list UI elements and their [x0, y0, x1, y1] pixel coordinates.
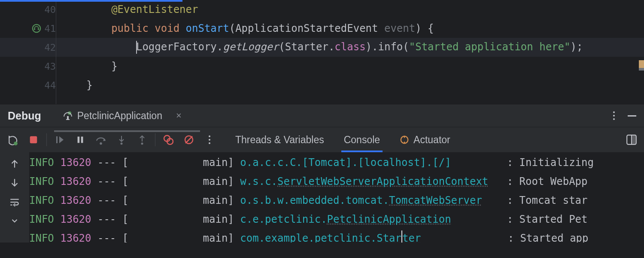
scroll-to-end-icon[interactable] [9, 215, 20, 226]
log-line[interactable]: INFO 13620 --- [ main] o.s.b.w.embedded.… [29, 191, 644, 210]
log-line[interactable]: INFO 13620 --- [ main] c.e.petclinic.Pet… [29, 210, 644, 229]
minimize-icon[interactable] [628, 115, 636, 117]
pause-button[interactable] [70, 129, 91, 150]
debug-tab-label: PetclinicApplication [77, 110, 162, 122]
svg-rect-4 [67, 116, 69, 120]
log-line[interactable]: INFO 13620 --- [ main] com.example.petcl… [29, 229, 644, 243]
resume-button[interactable] [49, 129, 70, 150]
code-line-43[interactable]: 43 } [0, 57, 644, 76]
svg-point-1 [33, 28, 35, 30]
console-gutter [0, 152, 29, 243]
tab-indicator [54, 130, 200, 132]
progress-bar [0, 0, 182, 2]
line-number: 40 [0, 4, 64, 15]
line-number: 43 [0, 61, 64, 72]
log-line[interactable]: INFO 13620 --- [ main] o.a.c.c.C.[Tomcat… [29, 153, 644, 172]
svg-rect-9 [81, 137, 83, 143]
down-arrow-icon[interactable] [9, 177, 20, 188]
marker-warning[interactable] [639, 60, 644, 69]
step-over-button[interactable] [91, 129, 111, 150]
actuator-icon [400, 135, 409, 144]
toolbar-divider [46, 133, 47, 146]
debug-panel: Debug PetclinicApplication × [0, 104, 644, 243]
run-config-icon [63, 111, 73, 121]
log-line[interactable]: INFO 13620 --- [ main] w.s.c.ServletWebS… [29, 172, 644, 191]
debug-title: Debug [8, 110, 41, 122]
text-cursor [401, 230, 402, 243]
rerun-button[interactable] [3, 129, 23, 150]
mute-breakpoints-button[interactable] [179, 129, 199, 150]
svg-point-0 [32, 25, 40, 32]
view-breakpoints-button[interactable] [158, 129, 179, 150]
tab-actuator[interactable]: Actuator [400, 127, 450, 152]
code-line-44[interactable]: 44 } [0, 76, 644, 95]
toolbar-divider [155, 133, 155, 146]
code-editor[interactable]: 40 @EventListener 41 public void onStart… [0, 0, 644, 104]
annotation-token: @EventListener [111, 3, 198, 15]
line-number: 42 [0, 42, 64, 53]
svg-rect-8 [78, 137, 80, 143]
debug-header: Debug PetclinicApplication × [0, 104, 644, 127]
more-icon[interactable] [613, 111, 615, 120]
code-line-42[interactable]: 42 LoggerFactory.getLogger(Starter.class… [0, 38, 644, 57]
marker-info[interactable] [639, 68, 644, 71]
code-line-40[interactable]: 40 @EventListener [0, 0, 644, 19]
svg-point-5 [14, 141, 18, 145]
svg-rect-20 [632, 135, 636, 144]
layout-icon[interactable] [626, 134, 637, 145]
tab-threads-variables[interactable]: Threads & Variables [235, 127, 324, 152]
svg-point-10 [100, 142, 102, 144]
line-number: 44 [0, 80, 64, 91]
step-into-button[interactable] [111, 129, 132, 150]
close-icon[interactable]: × [176, 110, 182, 121]
tab-console[interactable]: Console [344, 127, 380, 152]
line-number: 41 [0, 23, 64, 34]
more-icon[interactable] [199, 129, 220, 150]
svg-rect-7 [56, 136, 58, 143]
svg-rect-6 [30, 136, 37, 144]
console-output[interactable]: INFO 13620 --- [ main] o.a.c.c.C.[Tomcat… [29, 152, 644, 243]
code-line-41[interactable]: 41 public void onStart(ApplicationStarte… [0, 19, 644, 38]
listener-icon[interactable] [32, 24, 41, 33]
step-out-button[interactable] [132, 129, 152, 150]
debug-tab-petclinic[interactable]: PetclinicApplication × [63, 104, 182, 127]
svg-point-2 [37, 28, 39, 30]
svg-point-11 [121, 143, 123, 145]
up-arrow-icon[interactable] [9, 158, 20, 169]
stop-button[interactable] [23, 129, 44, 150]
svg-point-12 [141, 143, 143, 145]
console: INFO 13620 --- [ main] o.a.c.c.C.[Tomcat… [0, 152, 644, 243]
soft-wrap-icon[interactable] [9, 196, 20, 207]
